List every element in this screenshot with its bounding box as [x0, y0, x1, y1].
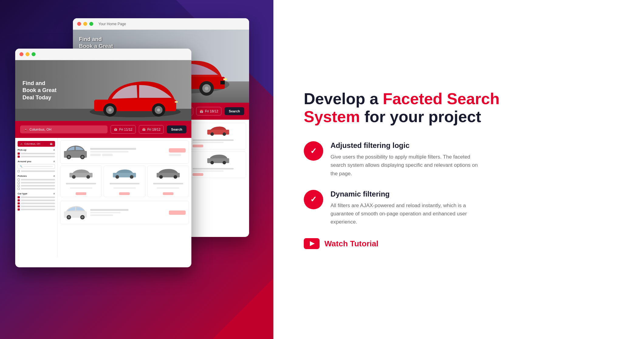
svg-point-39	[157, 108, 160, 111]
car-type-item-1	[18, 196, 55, 198]
lgrid-price-b	[119, 192, 130, 195]
dot-red-front	[19, 52, 23, 56]
listing-price-2	[169, 211, 186, 215]
around-you-title: Around you ∧	[18, 160, 55, 163]
svg-point-9	[205, 87, 208, 90]
front-search-button[interactable]: Search	[167, 125, 187, 133]
lgrid-price-c	[163, 192, 173, 195]
listing-grid-a	[60, 166, 102, 197]
lgrid-sub-a	[70, 187, 92, 189]
checkmark-icon-2: ✓	[310, 195, 317, 204]
listing-suv-img	[63, 144, 88, 160]
car-icon-sidebar: 🚗	[20, 143, 23, 145]
sidebar: 🚗 Columbus, OH 📅 Pick-up ∧	[15, 138, 58, 257]
watch-tutorial-link[interactable]: Watch Tutorial	[304, 238, 516, 249]
listing-sub-bar-1	[90, 151, 128, 152]
car-type-check-4[interactable]	[18, 205, 20, 207]
dot-green-front	[32, 52, 36, 56]
policies-check-4[interactable]	[18, 188, 20, 190]
around-you-search-bar	[24, 166, 53, 167]
car-icon-front: 🚗	[24, 128, 27, 131]
listing-info-1	[90, 148, 166, 156]
feature-text-1: Adjusted filtering logic Give users the …	[331, 141, 482, 178]
around-you-search-icon: 🔍	[20, 165, 22, 168]
pickup-section: Pick-up ∧	[18, 149, 55, 158]
lgrid-title-b	[110, 183, 140, 184]
svg-point-43	[68, 156, 70, 158]
listing-price-col-2	[169, 211, 186, 215]
grid-title-3	[193, 139, 234, 141]
car-type-check-2[interactable]	[18, 199, 20, 201]
car-type-item-3	[18, 202, 55, 204]
listing-price-col-1	[169, 148, 186, 156]
svg-rect-40	[175, 101, 178, 103]
policies-check-1[interactable]	[18, 179, 20, 181]
watch-tutorial-text: Watch Tutorial	[324, 239, 379, 248]
calendar-icon-front1: 📅	[114, 128, 117, 131]
policies-title: Policies ∧	[18, 175, 55, 177]
svg-point-54	[173, 175, 177, 179]
car-type-check-5[interactable]	[18, 208, 20, 211]
grid-card-3	[190, 123, 246, 149]
listing-car-c	[149, 168, 187, 179]
listing-grid-c	[147, 166, 189, 197]
feature-icon-2: ✓	[304, 190, 323, 209]
svg-point-28	[211, 161, 214, 164]
right-content: Develop a Faceted Search System for your…	[304, 90, 516, 249]
car-type-label-2	[21, 200, 55, 201]
listing-wide-2	[60, 201, 189, 224]
pickup-item-2	[18, 156, 55, 158]
pickup-check-2[interactable]	[18, 156, 20, 158]
grid-car-6	[193, 153, 244, 166]
svg-point-50	[115, 175, 119, 179]
listing-tag-a1	[90, 154, 101, 156]
car-type-title: Car type ∧	[18, 192, 55, 195]
car-type-check-3[interactable]	[18, 202, 20, 204]
calendar-icon-sidebar: 📅	[50, 143, 53, 145]
front-date1-field[interactable]: 📅 Fri 11/12	[111, 125, 135, 134]
browser-titlebar-front	[15, 49, 191, 60]
pickup-check-1[interactable]	[18, 152, 20, 155]
policies-check-3[interactable]	[18, 185, 20, 187]
calendar-icon-front2: 📅	[142, 128, 146, 131]
car-type-item-4	[18, 205, 55, 207]
front-location-field[interactable]: 🚗 Columbus, OH	[20, 125, 108, 133]
grid-car-3	[193, 125, 244, 137]
grid-sub-3	[193, 142, 223, 143]
car-type-item-5	[18, 208, 55, 211]
policies-check-2[interactable]	[18, 182, 20, 184]
front-date2-field[interactable]: 📅 Fri 18/12	[139, 125, 164, 134]
listing-grid-b	[104, 166, 145, 197]
dot-red-back	[77, 22, 81, 26]
car-type-check-1[interactable]	[18, 196, 20, 198]
listing-sub-2	[90, 212, 121, 213]
car-type-label-5	[21, 209, 55, 210]
listing-white-car-img	[63, 204, 88, 221]
policies-label-2	[21, 182, 55, 183]
browser-title-back: Your Home Page	[98, 22, 126, 26]
front-browser-content: Find and Book a Great Deal Today 🚗 Colum…	[15, 60, 191, 267]
right-section: Develop a Faceted Search System for your…	[273, 0, 644, 339]
around-you-search[interactable]: 🔍	[18, 164, 55, 169]
front-hero: Find and Book a Great Deal Today	[15, 60, 191, 121]
policies-item-3	[18, 185, 55, 187]
feature-text-2: Dynamic filtering All filters are AJAX-p…	[331, 190, 482, 226]
listing-tag-b1	[102, 154, 113, 156]
svg-point-48	[86, 175, 90, 179]
grid-card-6	[190, 151, 246, 178]
listing-car-a	[62, 168, 100, 179]
sidebar-location: 🚗 Columbus, OH 📅	[18, 141, 55, 147]
car-type-chevron: ∧	[53, 192, 55, 195]
policies-label-1	[21, 179, 55, 180]
feature-desc-1: Give users the possibility to apply mult…	[331, 153, 482, 178]
feature-desc-2: All filters are AJAX-powered and reload …	[331, 201, 482, 226]
around-you-check-1[interactable]	[18, 170, 20, 172]
car-type-section: Car type ∧	[18, 192, 55, 211]
grid-price-6	[193, 173, 203, 176]
svg-point-19	[211, 132, 214, 136]
dot-yellow-back	[83, 22, 87, 26]
content-area: 🚗 Columbus, OH 📅 Pick-up ∧	[15, 138, 191, 257]
svg-rect-10	[223, 78, 227, 80]
feature-title-2: Dynamic filtering	[331, 190, 482, 198]
back-search-button[interactable]: Search	[224, 107, 244, 115]
